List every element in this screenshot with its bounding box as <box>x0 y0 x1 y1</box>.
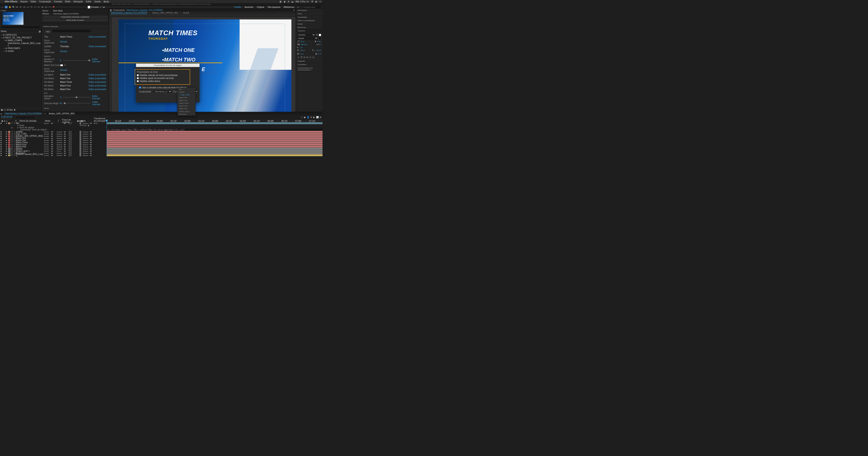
visibility-toggle[interactable]: ◉ <box>0 150 2 152</box>
col-layer-name[interactable]: Nome da camada <box>20 120 45 122</box>
superscript-button[interactable]: T¹ <box>309 56 312 59</box>
menu-animation[interactable]: Animação <box>73 0 83 3</box>
egp-text-input[interactable] <box>53 30 91 32</box>
subtab-main[interactable]: VideoGames_Capsule_FULLSCREEN <box>111 11 147 14</box>
fill-swatch[interactable] <box>319 34 321 36</box>
panel-paragraph[interactable]: Parágrafo <box>296 60 322 63</box>
orbit-tool[interactable]: ⊕ <box>16 6 18 8</box>
composition-thumbnail[interactable]: MATCH TIMES THURSDAY •MATCH ONE•MATCH TW… <box>3 12 24 25</box>
panel-align[interactable]: Alinhar <box>296 22 322 26</box>
poster-time-button[interactable]: Definir tempo de pôster <box>42 19 108 22</box>
clock[interactable]: Mié 1:18 p. m. <box>296 0 309 3</box>
tl-tab-lower[interactable]: Adobe_LWR_UPPER_3RD <box>47 112 76 115</box>
panel-info[interactable]: Informações <box>296 9 322 12</box>
bpc-toggle[interactable]: 16 bpc <box>6 109 13 111</box>
layer-bar[interactable] <box>106 122 322 124</box>
bold-button[interactable]: T <box>297 56 300 59</box>
selection-tool[interactable]: ▲ <box>5 6 7 8</box>
new-comp-icon[interactable]: ▣ <box>1 109 3 111</box>
eraser-tool[interactable]: ◫ <box>45 6 47 8</box>
puppet-tool[interactable]: 📌 <box>52 6 55 8</box>
layer-bar[interactable] <box>106 137 322 139</box>
workspace-default[interactable]: Padrão <box>234 6 241 8</box>
wifi-icon[interactable]: ◉ <box>284 0 286 3</box>
dropdown-item[interactable]: Match Five <box>177 107 195 110</box>
timeline-search-input[interactable] <box>16 116 35 119</box>
playhead[interactable] <box>106 120 107 156</box>
tl-mb-icon[interactable]: ◐ <box>313 116 315 119</box>
timeline-layer[interactable]: ◉▸13▢[VideoG...apsule_BKG_Loop 2]NormalN… <box>0 154 106 156</box>
brush-tool[interactable]: ✏ <box>37 6 40 8</box>
snap-opt2-icon[interactable]: ⋈ <box>103 6 105 8</box>
layer-bar[interactable] <box>106 133 322 135</box>
vscale-value[interactable]: 100 % <box>300 50 305 51</box>
panel-preview[interactable]: Visualização <box>296 16 322 19</box>
comp-select[interactable]: VideoGames_Capsule_... <box>153 90 172 93</box>
status-icon[interactable]: ◧ <box>280 0 282 3</box>
tl-icon[interactable]: ▸ <box>1 112 2 115</box>
compatible-props-button[interactable]: Propriedades individuais compatíveis <box>42 16 108 18</box>
col-mode[interactable]: Modo <box>45 120 58 122</box>
visibility-toggle[interactable]: ◉ <box>0 137 2 139</box>
leading-value[interactable]: Auto. <box>317 40 321 42</box>
pen-tool[interactable]: ✎ <box>30 6 33 8</box>
tree-item[interactable]: VideoGames_Capsule_BKG_Loop 2 <box>0 42 41 47</box>
tl-tab-main[interactable]: VideoGames_Capsule_FULLSCREEN <box>4 112 43 115</box>
smallcaps-button[interactable]: Tᴛ <box>306 56 309 59</box>
visibility-toggle[interactable]: ◉ <box>0 146 2 148</box>
menu-file[interactable]: Arquivo <box>20 0 28 3</box>
snap-opt1-icon[interactable]: ⫽ <box>100 6 102 8</box>
menu-help[interactable]: Ajuda <box>103 0 109 3</box>
dropdown-item[interactable]: Match Two <box>177 99 195 102</box>
input-icon[interactable]: A <box>288 0 289 3</box>
delete-icon[interactable]: 🗑 <box>13 109 16 111</box>
italic-button[interactable]: T <box>300 56 303 59</box>
menu-view[interactable]: Exibir <box>86 0 91 3</box>
subscript-button[interactable]: T₁ <box>312 56 315 59</box>
dropdown-item[interactable]: Match One <box>177 96 195 99</box>
baseline-shift[interactable]: 0 px <box>300 53 304 55</box>
visibility-toggle[interactable]: ◉ <box>0 154 2 156</box>
col-name[interactable]: Nome <box>1 30 7 32</box>
spotlight-icon[interactable]: ⦿ <box>311 0 313 3</box>
visibility-toggle[interactable]: ◉ <box>0 131 2 133</box>
tracking-value[interactable]: 0 <box>320 44 321 46</box>
fallback-checkbox[interactable] <box>139 87 141 89</box>
tl-tool1-icon[interactable]: ⬚ <box>301 116 303 119</box>
layer-bar[interactable] <box>106 131 322 133</box>
dropdown-item[interactable]: subtitle <box>177 91 195 93</box>
new-folder-icon[interactable]: ▢ <box>4 109 5 111</box>
col-parent[interactable]: Transformar em principal e v... <box>94 117 106 124</box>
tl-tool2-icon[interactable]: ◉ <box>304 116 306 119</box>
rotate-tool[interactable]: ↻ <box>20 6 22 8</box>
caps-button[interactable]: TT <box>303 56 306 59</box>
panel-content-aware[interactable]: Preenchimento com reconhecimento c... <box>296 66 322 72</box>
layer-bar[interactable] <box>106 141 322 143</box>
stroke-width[interactable]: -- px <box>299 47 303 49</box>
layer-bar[interactable] <box>106 148 322 150</box>
visibility-toggle[interactable]: ◉ <box>0 148 2 150</box>
col-type-icon[interactable]: ◪ <box>39 30 40 32</box>
dropdown-item[interactable]: Shape Layer 1 <box>177 110 195 113</box>
siri-icon[interactable]: ◐ <box>315 0 317 3</box>
tl-shy-icon[interactable]: 👤 <box>307 116 309 119</box>
eyedropper-icon[interactable]: ✎ <box>64 64 66 66</box>
tree-item[interactable]: ▸CAPSULES <box>0 33 41 36</box>
tl-fx-icon[interactable]: fx <box>310 116 312 119</box>
font-family-select[interactable]: Helvetica <box>297 33 315 36</box>
layer-bar[interactable] <box>106 135 322 137</box>
layer-bar[interactable] <box>106 144 322 145</box>
dropdown-item[interactable]: Blurriness <box>177 113 195 116</box>
hscale-value[interactable]: 100 % <box>316 50 321 51</box>
font-size[interactable]: 36 px <box>300 40 305 42</box>
hand-tool[interactable]: ✋ <box>8 6 11 8</box>
menu-icon[interactable]: ≡ <box>319 0 321 3</box>
custom-font-checkbox[interactable] <box>137 74 139 76</box>
project-search-input[interactable] <box>1 26 40 29</box>
panel-libraries[interactable]: Bibliotecas <box>296 26 322 29</box>
visibility-toggle[interactable]: ◉ <box>0 122 2 124</box>
visibility-toggle[interactable]: ◉ <box>0 133 2 135</box>
master-value[interactable]: VideoGames_Capsule_FULLSCREEN <box>53 13 79 15</box>
edit-property-link[interactable]: Editar propriedade <box>89 45 106 48</box>
visibility-toggle[interactable]: ◉ <box>0 152 2 154</box>
